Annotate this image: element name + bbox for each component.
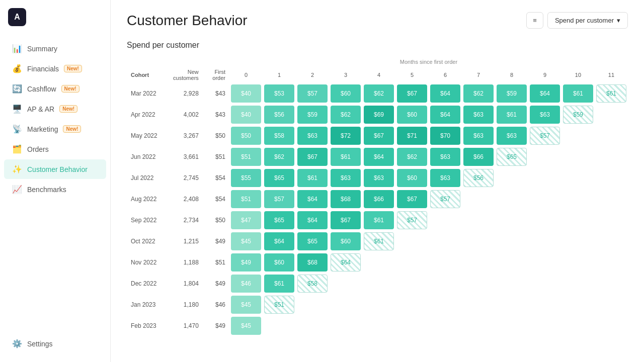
sidebar-item-financials[interactable]: 💰 Financials New! <box>4 59 106 78</box>
cell-9-1: $61 <box>263 273 296 294</box>
cell-5-2: $64 <box>296 189 329 210</box>
cell-6-10 <box>561 210 595 231</box>
sidebar-item-label: Marketing <box>27 125 58 133</box>
cell-4-10 <box>561 167 595 189</box>
cell-1-3: $62 <box>329 104 362 125</box>
table-row: Sep 2022 2,734 $50 $47$65$64$67$61$57 <box>127 210 628 231</box>
new-customers: 4,002 <box>165 104 203 125</box>
cell-2-7: $63 <box>462 125 495 146</box>
cell-7-5 <box>395 231 429 252</box>
cell-2-1: $58 <box>263 125 296 146</box>
cell-8-3: $64 <box>329 252 362 273</box>
sidebar-item-orders[interactable]: 🗂️ Orders <box>4 139 106 159</box>
cell-1-9: $63 <box>528 104 561 125</box>
sidebar-item-settings[interactable]: ⚙️ Settings <box>4 334 106 353</box>
sidebar-item-ap-ar[interactable]: 🖥️ AP & AR New! <box>4 99 106 119</box>
cell-6-6 <box>429 210 462 231</box>
cell-0-10: $61 <box>561 83 595 104</box>
table-row: Dec 2022 1,804 $49 $46$61$58 <box>127 273 628 294</box>
metric-dropdown[interactable]: Spend per customer ▾ <box>547 12 628 29</box>
sidebar-item-cashflow[interactable]: 🔄 Cashflow New! <box>4 79 106 99</box>
cell-5-11 <box>595 189 628 210</box>
cell-2-8: $63 <box>495 125 528 146</box>
cell-8-9 <box>528 252 561 273</box>
cell-11-9 <box>528 315 561 336</box>
cell-4-7: $56 <box>462 167 495 189</box>
main-content: Customer Behavior ≡ Spend per customer ▾… <box>111 0 644 362</box>
cell-6-11 <box>595 210 628 231</box>
cohort-label: Oct 2022 <box>127 231 165 252</box>
cell-4-2: $61 <box>296 167 329 189</box>
table-row: Jun 2022 3,661 $51 $51$62$67$61$64$62$63… <box>127 146 628 167</box>
cell-2-9: $57 <box>528 125 561 146</box>
cell-7-0: $45 <box>229 231 263 252</box>
cell-11-1 <box>263 315 296 336</box>
cell-2-2: $63 <box>296 125 329 146</box>
cell-11-6 <box>429 315 462 336</box>
cell-0-9: $64 <box>528 83 561 104</box>
settings-icon: ⚙️ <box>12 339 22 348</box>
cell-10-2 <box>296 294 329 315</box>
cell-9-10 <box>561 273 595 294</box>
cell-9-2: $58 <box>296 273 329 294</box>
cell-5-6: $57 <box>429 189 462 210</box>
cell-3-0: $51 <box>229 146 263 167</box>
benchmarks-icon: 📈 <box>12 185 22 194</box>
new-badge: New! <box>64 65 82 72</box>
cell-7-1: $64 <box>263 231 296 252</box>
cell-7-6 <box>429 231 462 252</box>
table-row: Aug 2022 2,408 $54 $51$57$64$68$66$67$57 <box>127 189 628 210</box>
cell-10-11 <box>595 294 628 315</box>
cell-4-9 <box>528 167 561 189</box>
sidebar-item-customer-behavior[interactable]: ✨ Customer Behavior <box>4 159 106 179</box>
table-row: Feb 2023 1,470 $49 $45 <box>127 315 628 336</box>
table-row: Oct 2022 1,215 $49 $45$64$65$60$61 <box>127 231 628 252</box>
cell-10-3 <box>329 294 362 315</box>
table-row: Nov 2022 1,188 $51 $49$60$68$64 <box>127 252 628 273</box>
cell-2-6: $70 <box>429 125 462 146</box>
cell-1-11 <box>595 104 628 125</box>
cell-8-5 <box>395 252 429 273</box>
cell-7-3: $60 <box>329 231 362 252</box>
section-title: Spend per customer <box>127 41 628 50</box>
cell-6-4: $61 <box>362 210 395 231</box>
cell-9-4 <box>362 273 395 294</box>
new-customers: 2,928 <box>165 83 203 104</box>
cell-3-1: $62 <box>263 146 296 167</box>
chevron-down-icon: ▾ <box>617 17 620 24</box>
sidebar-item-marketing[interactable]: 📡 Marketing New! <box>4 119 106 139</box>
cell-2-11 <box>595 125 628 146</box>
cell-0-8: $59 <box>495 83 528 104</box>
cell-3-10 <box>561 146 595 167</box>
new-badge: New! <box>61 85 79 93</box>
cell-6-3: $67 <box>329 210 362 231</box>
cell-5-9 <box>528 189 561 210</box>
cell-6-8 <box>495 210 528 231</box>
header-controls: ≡ Spend per customer ▾ <box>526 12 628 29</box>
cell-1-8: $61 <box>495 104 528 125</box>
cell-10-8 <box>495 294 528 315</box>
cell-10-10 <box>561 294 595 315</box>
cell-7-2: $65 <box>296 231 329 252</box>
cell-6-0: $47 <box>229 210 263 231</box>
customer-behavior-icon: ✨ <box>12 164 22 174</box>
sidebar-item-label: AP & AR <box>27 105 54 113</box>
new-customers: 1,180 <box>165 294 203 315</box>
cell-11-7 <box>462 315 495 336</box>
cell-7-8 <box>495 231 528 252</box>
cell-1-5: $60 <box>395 104 429 125</box>
page-title: Customer Behavior <box>127 13 248 29</box>
cell-4-1: $65 <box>263 167 296 189</box>
cell-4-3: $63 <box>329 167 362 189</box>
sidebar-item-summary[interactable]: 📊 Summary <box>4 39 106 58</box>
cell-11-0: $45 <box>229 315 263 336</box>
cell-11-5 <box>395 315 429 336</box>
cell-6-1: $65 <box>263 210 296 231</box>
cell-10-0: $45 <box>229 294 263 315</box>
first-order: $49 <box>203 315 229 336</box>
filter-button[interactable]: ≡ <box>526 12 543 29</box>
sidebar: A 📊 Summary 💰 Financials New! 🔄 Cashflow… <box>0 0 111 362</box>
first-order: $43 <box>203 83 229 104</box>
cell-9-7 <box>462 273 495 294</box>
sidebar-item-benchmarks[interactable]: 📈 Benchmarks <box>4 179 106 199</box>
